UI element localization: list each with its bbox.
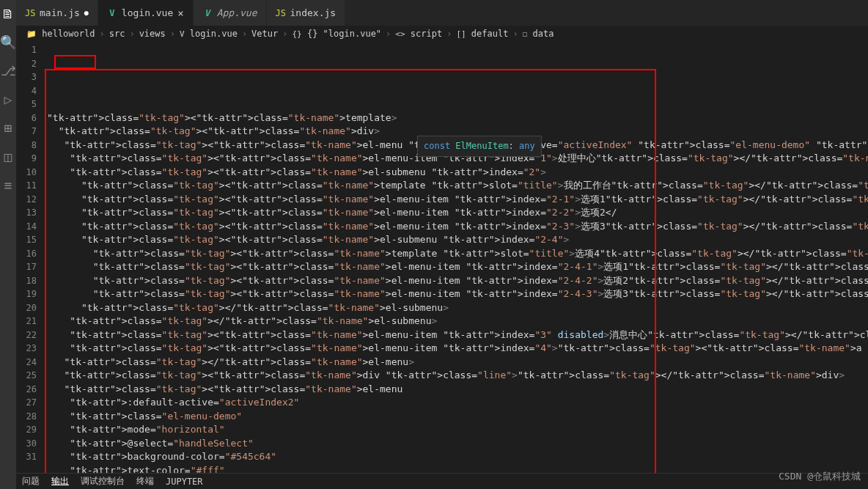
breadcrumb-item[interactable]: src xyxy=(109,29,125,39)
box-icon[interactable]: ◫ xyxy=(4,149,12,164)
panel-tab[interactable]: 调试控制台 xyxy=(81,475,125,488)
watermark: CSDN @仓鼠科技城 xyxy=(779,470,861,483)
panel-tab[interactable]: 输出 xyxy=(51,475,69,488)
editor-tab[interactable]: JSmain.js● xyxy=(16,0,98,26)
main-area: JSmain.js●Vlogin.vue×VApp.vueJSindex.js … xyxy=(16,0,868,489)
breadcrumb-item[interactable]: [] default xyxy=(456,29,508,39)
breadcrumb-item[interactable]: <> script xyxy=(395,29,442,39)
db-icon[interactable]: ≡ xyxy=(4,177,12,193)
breadcrumb-item[interactable]: views xyxy=(139,29,166,39)
panel-tab[interactable]: 终端 xyxy=(136,475,154,488)
breadcrumb-item[interactable]: 📁 helloworld xyxy=(26,29,95,39)
extensions-icon[interactable]: ⊞ xyxy=(4,120,12,136)
breadcrumb-item[interactable]: {} {} "login.vue" xyxy=(292,29,381,39)
editor-tab[interactable]: JSindex.js xyxy=(267,0,346,26)
code-editor[interactable]: 1234567891011121314151617181920212223242… xyxy=(16,42,868,473)
git-icon[interactable]: ⎇ xyxy=(1,63,16,78)
breadcrumb-item[interactable]: V login.vue xyxy=(180,29,238,39)
debug-icon[interactable]: ▷ xyxy=(4,92,12,107)
editor-tabs: JSmain.js●Vlogin.vue×VApp.vueJSindex.js xyxy=(16,0,868,26)
line-gutter: 1234567891011121314151617181920212223242… xyxy=(16,42,47,473)
editor-tab[interactable]: Vlogin.vue× xyxy=(98,0,194,26)
panel-tab[interactable]: JUPYTER xyxy=(166,477,203,487)
files-icon[interactable]: 🗎 xyxy=(1,6,15,21)
search-icon[interactable]: 🔍 xyxy=(0,34,16,50)
type-tooltip: const ElMenuItem: any xyxy=(417,136,542,157)
annotation-box xyxy=(54,55,96,69)
panel-tab[interactable]: 问题 xyxy=(22,475,40,488)
editor-tab[interactable]: VApp.vue xyxy=(194,0,267,26)
breadcrumb[interactable]: 📁 helloworld›src›views›V login.vue›Vetur… xyxy=(16,26,868,42)
panel-tabs: 问题输出调试控制台终端JUPYTER xyxy=(16,473,868,489)
breadcrumb-item[interactable]: Vetur xyxy=(251,29,278,39)
annotation-box xyxy=(45,69,656,473)
breadcrumb-item[interactable]: ☐ data xyxy=(523,29,554,39)
activity-bar: 🗎 🔍 ⎇ ▷ ⊞ ◫ ≡ xyxy=(0,0,16,489)
code-content[interactable]: const ElMenuItem: any "tk-attr">class="t… xyxy=(47,42,868,473)
